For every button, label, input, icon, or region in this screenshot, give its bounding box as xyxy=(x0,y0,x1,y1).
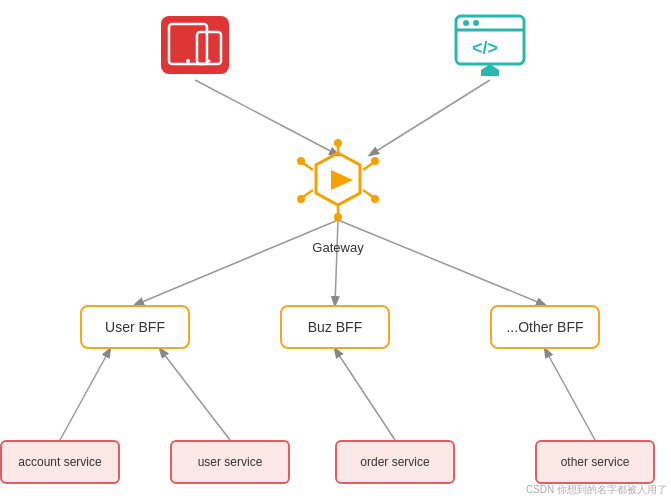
svg-point-28 xyxy=(371,195,379,203)
other-bff-label: ...Other BFF xyxy=(506,319,583,335)
user-bff-label: User BFF xyxy=(105,319,165,335)
user-bff-box: User BFF xyxy=(80,305,190,349)
mobile-icon xyxy=(155,10,235,80)
svg-line-22 xyxy=(363,190,373,197)
svg-point-31 xyxy=(297,157,305,165)
architecture-diagram: </> Gateway Use xyxy=(0,0,671,501)
gateway-icon xyxy=(293,135,383,225)
buz-bff-box: Buz BFF xyxy=(280,305,390,349)
gateway-label: Gateway xyxy=(293,240,383,255)
svg-point-13 xyxy=(208,60,211,63)
svg-line-21 xyxy=(363,163,373,170)
order-service-label: order service xyxy=(360,455,429,469)
svg-marker-33 xyxy=(331,170,353,190)
svg-point-30 xyxy=(297,195,305,203)
svg-line-7 xyxy=(335,349,395,440)
svg-point-26 xyxy=(334,139,342,147)
svg-marker-19 xyxy=(481,64,499,76)
user-service-label: user service xyxy=(198,455,263,469)
account-service-label: account service xyxy=(18,455,101,469)
svg-line-2 xyxy=(135,220,338,305)
svg-point-11 xyxy=(186,59,190,63)
svg-point-17 xyxy=(473,20,479,26)
svg-line-5 xyxy=(60,349,110,440)
user-service-box: user service xyxy=(170,440,290,484)
svg-line-1 xyxy=(370,80,490,155)
svg-line-8 xyxy=(545,349,595,440)
svg-line-3 xyxy=(335,220,338,305)
buz-bff-label: Buz BFF xyxy=(308,319,362,335)
watermark: CSDN 你想到的名字都被人用了 xyxy=(526,483,667,497)
svg-point-29 xyxy=(334,213,342,221)
svg-text:</>: </> xyxy=(472,38,498,58)
svg-line-4 xyxy=(338,220,545,305)
svg-line-24 xyxy=(303,190,313,197)
browser-icon: </> xyxy=(450,10,530,80)
svg-point-27 xyxy=(371,157,379,165)
other-service-box: other service xyxy=(535,440,655,484)
svg-line-25 xyxy=(303,163,313,170)
other-bff-box: ...Other BFF xyxy=(490,305,600,349)
other-service-label: other service xyxy=(561,455,630,469)
account-service-box: account service xyxy=(0,440,120,484)
order-service-box: order service xyxy=(335,440,455,484)
svg-point-16 xyxy=(463,20,469,26)
svg-line-6 xyxy=(160,349,230,440)
